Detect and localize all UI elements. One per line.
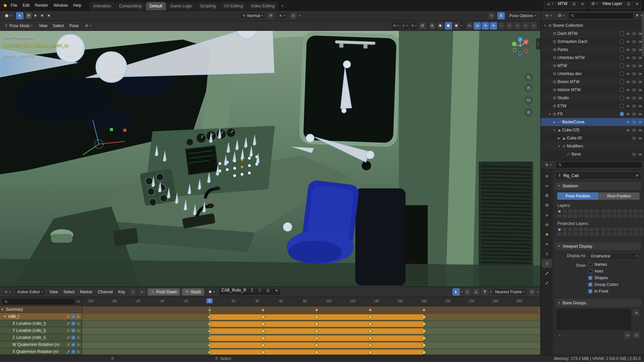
xray-toggle[interactable] <box>419 22 426 29</box>
layer-toggle[interactable] <box>639 214 644 218</box>
collection-checkbox[interactable] <box>620 64 624 68</box>
unlink-x-icon[interactable] <box>635 174 639 177</box>
layer-toggle[interactable] <box>617 232 622 236</box>
layer-toggle[interactable] <box>639 209 644 214</box>
collection-slot-4-button[interactable]: – <box>498 22 505 29</box>
mode-dropdown[interactable]: Pose Mode▾ <box>2 22 35 29</box>
outliner-item-bones-mtw[interactable]: Bones MTW <box>541 78 644 86</box>
outliner-filter-dropdown[interactable]: ▾ <box>555 12 567 19</box>
viewport-extra-dropdown[interactable]: ▾ <box>83 22 94 29</box>
expand-toggle[interactable]: ▶ <box>557 137 561 140</box>
properties-tab-object[interactable] <box>542 230 552 239</box>
channel-x-location-rollo-l[interactable]: X Location (rollo_l)✓ <box>0 320 82 327</box>
camera-view-button[interactable] <box>524 96 533 105</box>
armature-id-name[interactable]: Rig_Cab <box>563 173 634 178</box>
outliner-item-unterbau-mtw[interactable]: Unterbau MTW <box>541 54 644 62</box>
channel-y-location-rollo-l[interactable]: Y Location (rollo_l)✓ <box>0 327 82 334</box>
remove-view-layer-button[interactable] <box>633 2 641 7</box>
layer-toggle[interactable] <box>584 227 589 232</box>
snap-mode-dropdown[interactable]: Nearest Frame▾ <box>493 288 527 296</box>
layer-toggle[interactable] <box>578 227 583 232</box>
layer-toggle[interactable] <box>584 209 589 214</box>
layer-toggle[interactable] <box>557 209 562 214</box>
dopesheet-menu-view[interactable]: View <box>47 289 61 295</box>
ortho-perspective-button[interactable] <box>524 108 533 117</box>
zoom-button[interactable] <box>524 73 533 82</box>
layer-toggle[interactable] <box>639 227 644 232</box>
outliner-item-unterbau-dev[interactable]: Unterbau dev <box>541 70 644 78</box>
expand-toggle[interactable]: ▶ <box>552 121 556 124</box>
outliner-item-mtw[interactable]: MTW <box>541 62 644 70</box>
outliner-item-beve[interactable]: Beve <box>541 150 644 158</box>
layer-toggle[interactable] <box>573 214 578 218</box>
workspace-tab-game-logic[interactable]: Game Logic <box>167 2 196 10</box>
snap-settings-dropdown[interactable]: ▾ <box>276 12 287 19</box>
filter-caret[interactable]: ▾ <box>461 291 463 293</box>
proportional-editing-caret[interactable]: ▾ <box>299 14 300 17</box>
keyframe-diamond[interactable] <box>315 308 318 312</box>
layer-toggle[interactable] <box>623 209 628 214</box>
layer-toggle[interactable] <box>601 214 606 218</box>
workspace-tab-scripting[interactable]: Scripting <box>197 2 220 10</box>
dopesheet-search[interactable] <box>2 298 75 305</box>
show-names-checkbox[interactable]: Names <box>588 262 618 267</box>
keyframe-row-w-quaternion-rotation-ro[interactable] <box>82 342 540 349</box>
show-errors-toggle[interactable] <box>473 288 480 296</box>
keyframe-diamond[interactable] <box>369 308 372 312</box>
layer-toggle[interactable] <box>573 209 578 214</box>
outliner-item-interior-mtw[interactable]: Interior MTW <box>541 86 644 94</box>
keyframe-row-y-location-rollo-l[interactable] <box>82 328 540 335</box>
collection-checkbox[interactable] <box>620 32 624 36</box>
shading-options-caret[interactable]: ▾ <box>461 24 462 27</box>
expand-toggle[interactable]: ▼ <box>547 113 552 116</box>
outliner-item-modifiers[interactable]: ▼Modifiers <box>541 142 644 150</box>
workspace-tab-animation[interactable]: Animation <box>90 2 115 10</box>
layer-toggle[interactable] <box>594 209 599 214</box>
properties-editor-type-dropdown[interactable]: ▾ <box>543 161 554 169</box>
collection-slot-empty-4-button[interactable] <box>530 22 537 29</box>
keyframe-row-rollo-l[interactable] <box>82 314 540 320</box>
channel-enable-checkbox[interactable]: ✓ <box>71 322 75 325</box>
proportional-edit-toggle[interactable] <box>528 288 536 296</box>
layer-toggle[interactable] <box>628 227 633 232</box>
collection-checkbox[interactable] <box>620 72 624 76</box>
outliner-item-fs[interactable]: ▼FS✓ <box>541 110 644 118</box>
channel-enable-checkbox[interactable]: ✓ <box>71 315 75 318</box>
properties-tab-bone[interactable] <box>542 269 552 278</box>
layer-toggle[interactable] <box>557 214 562 218</box>
push-down-button[interactable]: Push Down <box>148 288 180 296</box>
expand-toggle[interactable]: ▼ <box>0 308 5 311</box>
collection-slot-2-button[interactable] <box>482 22 489 29</box>
layer-toggle[interactable] <box>623 214 628 218</box>
new-scene-button[interactable] <box>570 2 578 7</box>
filter-funnel-icon[interactable] <box>635 14 639 17</box>
shading-material-button[interactable] <box>445 22 452 29</box>
gizmo-y-axis[interactable]: Y <box>513 43 515 46</box>
transform-orientation-dropdown[interactable]: Normal▾ <box>240 12 265 19</box>
properties-search[interactable] <box>556 162 642 168</box>
layer-toggle[interactable] <box>557 232 562 236</box>
display-as-dropdown[interactable]: Octahedral▾ <box>588 252 640 260</box>
properties-search-input[interactable] <box>564 163 640 167</box>
properties-tab-physics[interactable] <box>542 240 552 248</box>
collection-slot-empty-3-button[interactable] <box>522 22 529 29</box>
outliner-item-beziercurve[interactable]: ▶BezierCurve. <box>541 118 644 126</box>
view-layer-browse-caret[interactable]: ▾ <box>596 2 598 5</box>
layer-toggle[interactable] <box>584 214 589 218</box>
layer-toggle[interactable] <box>639 232 644 236</box>
outliner-item-schrauben-dach[interactable]: Schrauben Dach <box>541 38 644 46</box>
shading-solid-button[interactable] <box>437 22 444 29</box>
proportional-caret[interactable]: ▾ <box>537 291 538 293</box>
layer-toggle[interactable] <box>562 209 567 214</box>
menu-help[interactable]: Help <box>70 2 84 9</box>
collection-slot-3-button[interactable] <box>490 22 497 29</box>
pose-options-dropdown[interactable]: Pose Options▾ <box>507 12 538 19</box>
keyframe-row-summary[interactable] <box>82 307 540 313</box>
shading-wireframe-button[interactable] <box>429 22 436 29</box>
workspace-tab-uv-editing[interactable]: UV Editing <box>220 2 247 10</box>
editor-type-dropdown[interactable]: ▾ <box>2 12 14 19</box>
layer-toggle[interactable] <box>623 227 628 232</box>
layered-animation-up-button[interactable] <box>139 288 146 296</box>
layer-toggle[interactable] <box>573 227 578 232</box>
keyframe-diamond[interactable] <box>261 308 265 312</box>
